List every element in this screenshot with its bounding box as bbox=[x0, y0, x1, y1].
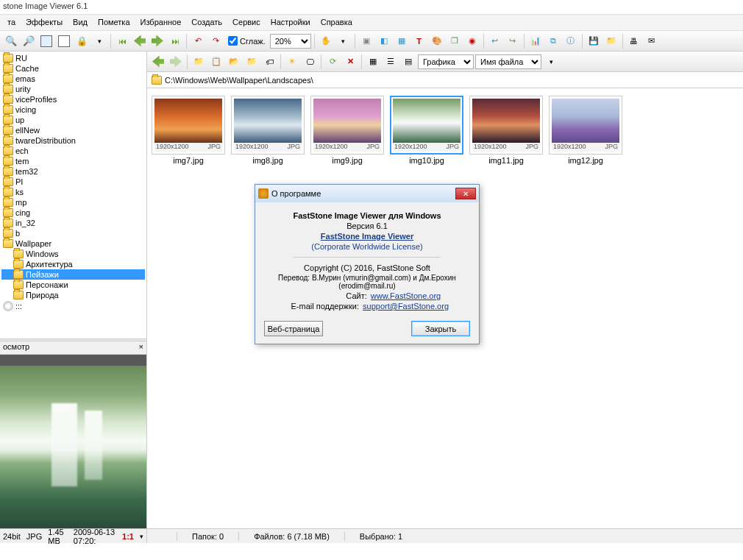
tree-item[interactable]: RU bbox=[1, 53, 145, 63]
tree-item[interactable]: ks bbox=[1, 187, 145, 197]
tree-item[interactable]: tem32 bbox=[1, 166, 145, 177]
folder-tree[interactable]: RUCacheemasurityviceProfilesvicingupellN… bbox=[0, 52, 146, 339]
saveas-icon[interactable]: 📁 bbox=[603, 33, 619, 49]
tool-dropdown-icon[interactable]: ▾ bbox=[335, 33, 352, 49]
tree-item[interactable]: Природа bbox=[1, 290, 145, 300]
tree-item[interactable]: cing bbox=[1, 208, 145, 218]
view-thumbs-icon[interactable]: ▦ bbox=[365, 54, 381, 70]
sort-dir-icon[interactable]: ▾ bbox=[543, 54, 559, 70]
tree-item[interactable]: ::: bbox=[1, 300, 145, 312]
clone-icon[interactable]: ❐ bbox=[447, 33, 463, 49]
menu-item[interactable]: Избранное bbox=[136, 16, 186, 29]
tree-item[interactable]: in_32 bbox=[1, 218, 145, 228]
new-folder-icon[interactable]: 📁 bbox=[191, 54, 207, 70]
menu-item[interactable]: Пометка bbox=[93, 16, 135, 29]
view-list-icon[interactable]: ☰ bbox=[383, 54, 399, 70]
save-icon[interactable]: 💾 bbox=[586, 33, 602, 49]
dialog-titlebar[interactable]: О программе ✕ bbox=[255, 185, 479, 202]
menu-item[interactable]: Создать bbox=[187, 16, 227, 29]
thumbnail[interactable]: 1920x1200JPGimg10.jpg bbox=[390, 96, 463, 165]
prev-icon[interactable] bbox=[132, 33, 148, 49]
tree-item[interactable]: mp bbox=[1, 197, 145, 208]
email-icon[interactable]: ✉ bbox=[644, 33, 660, 49]
menu-item[interactable]: Вид bbox=[68, 16, 92, 29]
color-adjust-icon[interactable]: 🎨 bbox=[429, 33, 445, 49]
tree-item[interactable]: b bbox=[1, 228, 145, 238]
slideshow-icon[interactable]: ☀ bbox=[284, 54, 300, 70]
tree-item[interactable]: ellNew bbox=[1, 125, 145, 135]
webpage-button[interactable]: Веб-страница bbox=[264, 321, 323, 336]
redeye-icon[interactable]: ◉ bbox=[464, 33, 480, 49]
tree-item[interactable]: Windows bbox=[1, 249, 145, 259]
zoom-in-icon[interactable]: 🔍 bbox=[3, 33, 19, 49]
close-dialog-button[interactable]: Закрыть bbox=[411, 321, 470, 336]
ratio-dropdown-icon[interactable]: ▾ bbox=[140, 533, 143, 540]
sort-combo[interactable]: Имя файла bbox=[475, 54, 541, 69]
delete-icon[interactable]: ✕ bbox=[342, 54, 358, 70]
last-icon[interactable]: ⏭ bbox=[167, 33, 183, 49]
tree-item[interactable]: PI bbox=[1, 177, 145, 187]
canvas-icon[interactable]: ▦ bbox=[394, 33, 410, 49]
forward-icon[interactable] bbox=[168, 54, 184, 70]
menu-item[interactable]: Сервис bbox=[228, 16, 265, 29]
copy-to-icon[interactable]: 📋 bbox=[208, 54, 224, 70]
favorites-icon[interactable]: 📁 bbox=[243, 54, 260, 70]
thumbnail[interactable]: 1920x1200JPGimg7.jpg bbox=[152, 96, 225, 165]
thumbnail[interactable]: 1920x1200JPGimg11.jpg bbox=[469, 96, 543, 165]
tree-item[interactable]: vicing bbox=[1, 104, 145, 115]
email-link[interactable]: support@FastStone.org bbox=[363, 302, 449, 311]
tree-item[interactable]: up bbox=[1, 115, 145, 125]
menu-item[interactable]: Настройки bbox=[266, 16, 315, 29]
thumbnail[interactable]: 1920x1200JPGimg9.jpg bbox=[310, 96, 384, 165]
refresh-icon[interactable]: ⟳ bbox=[324, 54, 341, 70]
tag-icon[interactable]: 🏷 bbox=[261, 54, 277, 70]
resize-icon[interactable]: ◧ bbox=[376, 33, 392, 49]
preview-close-icon[interactable]: × bbox=[139, 342, 143, 353]
zoom-lock-icon[interactable]: 🔒 bbox=[74, 33, 90, 49]
first-icon[interactable]: ⏮ bbox=[114, 33, 130, 49]
tree-item[interactable]: Пейзажи bbox=[1, 269, 145, 280]
tree-item[interactable]: Cache bbox=[1, 63, 145, 74]
menu-item[interactable]: Справка bbox=[316, 16, 357, 29]
histogram-icon[interactable]: 📊 bbox=[527, 33, 544, 49]
zoom-combo[interactable]: 20% bbox=[270, 34, 311, 49]
next-icon[interactable] bbox=[149, 33, 166, 49]
tree-item[interactable]: Персонажи bbox=[1, 280, 145, 290]
text-icon[interactable]: T bbox=[411, 33, 427, 49]
compare-icon[interactable]: ⧉ bbox=[545, 33, 561, 49]
smooth-dropdown-icon[interactable]: ▾ bbox=[91, 33, 107, 49]
tree-item[interactable]: twareDistribution bbox=[1, 135, 145, 146]
about-product-link[interactable]: FastStone Image Viewer bbox=[321, 232, 413, 241]
thumbnail[interactable]: 1920x1200JPGimg8.jpg bbox=[231, 96, 305, 165]
undo-icon[interactable]: ↩ bbox=[487, 33, 503, 49]
view-details-icon[interactable]: ▤ bbox=[400, 54, 416, 70]
rotate-right-icon[interactable]: ↷ bbox=[207, 33, 224, 49]
crop-icon[interactable]: ▣ bbox=[358, 33, 374, 49]
site-link[interactable]: www.FastStone.org bbox=[371, 291, 441, 300]
hand-tool-icon[interactable]: ✋ bbox=[318, 33, 334, 49]
print-icon[interactable]: 🖶 bbox=[626, 33, 642, 49]
fullscreen-icon[interactable]: 🖵 bbox=[302, 54, 318, 70]
menu-item[interactable]: та bbox=[3, 16, 20, 29]
info-icon[interactable]: ⓘ bbox=[563, 33, 579, 49]
rotate-left-icon[interactable]: ↶ bbox=[190, 33, 206, 49]
close-button[interactable]: ✕ bbox=[455, 188, 476, 199]
style-combo[interactable]: Графика bbox=[418, 54, 474, 69]
tree-item[interactable]: viceProfiles bbox=[1, 94, 145, 104]
tree-item[interactable]: emas bbox=[1, 74, 145, 84]
zoom-out-icon[interactable]: 🔎 bbox=[21, 33, 37, 49]
actual-size-icon[interactable] bbox=[56, 33, 72, 49]
smooth-checkbox[interactable]: Сглаж. bbox=[228, 36, 266, 46]
preview-pane[interactable] bbox=[0, 355, 146, 528]
tree-item[interactable]: Архитектура bbox=[1, 259, 145, 269]
tree-item[interactable]: ech bbox=[1, 146, 145, 156]
back-icon[interactable] bbox=[150, 54, 166, 70]
path-bar[interactable]: C:\Windows\Web\Wallpaper\Landscapes\ bbox=[147, 72, 743, 88]
tree-item[interactable]: Wallpaper bbox=[1, 238, 145, 249]
move-to-icon[interactable]: 📂 bbox=[226, 54, 242, 70]
menu-item[interactable]: Эффекты bbox=[21, 16, 67, 29]
thumbnail[interactable]: 1920x1200JPGimg12.jpg bbox=[549, 96, 622, 165]
tree-item[interactable]: urity bbox=[1, 84, 145, 94]
redo-icon[interactable]: ↪ bbox=[505, 33, 521, 49]
fit-icon[interactable] bbox=[38, 33, 54, 49]
